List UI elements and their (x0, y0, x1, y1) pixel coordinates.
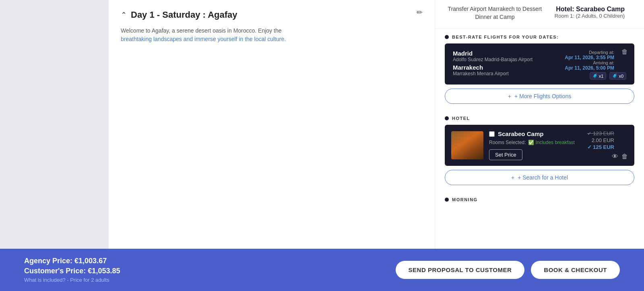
agency-price: Agency Price: €1,003.67 (24, 257, 120, 265)
more-flights-button[interactable]: + + More Flights Options (445, 89, 634, 104)
bag-x0-label: x0 (619, 74, 623, 78)
content-wrapper: ⌃ Day 1 - Saturday : Agafay Welcome to A… (0, 0, 644, 249)
edit-button[interactable]: ✏ (417, 8, 423, 17)
hotel-section-header: HOTEL (435, 110, 644, 125)
day-header: ⌃ Day 1 - Saturday : Agafay (121, 10, 423, 20)
includes-text: Includes breakfast (535, 140, 574, 145)
flights-label: BEST-RATE FLIGHTS FOR YOUR DATES: (452, 35, 559, 39)
hotel-checkbox[interactable] (489, 131, 495, 137)
hotel-delete-button[interactable]: 🗑 (621, 153, 628, 160)
hotel-section-label: HOTEL (452, 116, 470, 121)
hotel-card-name: Scarabeo Camp (498, 130, 543, 137)
day-description: Welcome to Agafay, a serene desert oasis… (121, 27, 306, 43)
flight-card: Madrid Adolfo Suárez Madrid-Barajas Airp… (445, 43, 634, 85)
customer-price: Customer's Price: €1,053.85 (24, 267, 120, 275)
footer-actions: SEND PROPOSAL TO CUSTOMER BOOK & CHECKOU… (396, 261, 620, 279)
left-content-panel: ⌃ Day 1 - Saturday : Agafay Welcome to A… (109, 0, 435, 249)
collapse-icon[interactable]: ⌃ (121, 10, 127, 19)
customer-price-value: €1,053.85 (88, 267, 120, 275)
transfer-activities: Transfer Airport Marrakech to Dessert Di… (445, 6, 545, 23)
flights-section: Madrid Adolfo Suárez Madrid-Barajas Airp… (435, 43, 644, 110)
hotel-room-top: Room 1: (2 Adults, 0 Children) (555, 13, 625, 19)
flights-section-header: BEST-RATE FLIGHTS FOR YOUR DATES: (435, 29, 644, 43)
set-price-button[interactable]: Set Price (489, 149, 522, 160)
flights-dot (445, 35, 449, 39)
dinner-text: Dinner at Camp (445, 14, 545, 20)
bag-x1-label: x1 (599, 74, 604, 78)
bag2-icon: 🧳 (612, 73, 618, 78)
arriving-label: Arriving at: (565, 60, 614, 65)
price-final: ✓ 125 EUR (587, 144, 614, 150)
hotel-name-top: Hotel: Scarabeo Camp (555, 6, 625, 13)
flight-times: Departing at: Apr 11, 2026, 3:55 PM Arri… (565, 50, 614, 71)
footer: Agency Price: €1,003.67 Customer's Price… (0, 249, 644, 291)
hotel-action-icons: 👁 🗑 (612, 153, 628, 160)
plus-icon-hotel: + (511, 174, 514, 181)
hotel-pricing: ✓ 123 EUR 2.00 EUR ✓ 125 EUR (587, 130, 614, 151)
footer-prices: Agency Price: €1,003.67 Customer's Price… (24, 257, 120, 283)
edit-icon: ✏ (417, 8, 423, 17)
book-checkout-button[interactable]: BOOK & CHECKOUT (531, 261, 620, 279)
plus-icon: + (508, 93, 511, 99)
includes-badge: ✅ Includes breakfast (528, 140, 574, 145)
description-normal: Welcome to Agafay, a serene desert oasis… (121, 27, 281, 34)
bag-x0-badge: 🧳 x0 (609, 72, 626, 80)
rooms-selected-text: Rooms Selected: (489, 140, 526, 145)
customer-price-label: Customer's Price: (24, 267, 86, 275)
description-highlight: breathtaking landscapes and immerse your… (121, 36, 286, 42)
included-info: What is included? - Price for 2 adults (24, 277, 120, 283)
right-content-panel: Transfer Airport Marrakech to Dessert Di… (435, 0, 644, 249)
hotel-section: Scarabeo Camp Rooms Selected: ✅ Includes… (435, 125, 644, 192)
included-link[interactable]: What is included? (24, 277, 66, 283)
included-suffix: - Price for 2 adults (67, 277, 109, 283)
departing-value: Apr 11, 2026, 3:55 PM (565, 55, 614, 60)
day-title: Day 1 - Saturday : Agafay (131, 10, 237, 20)
flight-delete-button[interactable]: 🗑 (621, 48, 628, 56)
departing-label: Departing at: (565, 50, 614, 55)
price-markup: 2.00 EUR (587, 137, 614, 143)
flight-bag-icons: 🧳 x1 🧳 x0 (590, 72, 626, 80)
price-original: ✓ 123 EUR (587, 130, 614, 136)
hotel-thumbnail (451, 131, 483, 159)
left-sidebar (0, 0, 109, 249)
morning-dot (445, 198, 449, 202)
search-hotel-button[interactable]: + + Search for a Hotel (445, 170, 634, 185)
hotel-thumb-inner (451, 131, 483, 159)
arriving-value: Apr 11, 2026, 5:00 PM (565, 65, 614, 71)
search-hotel-label: + Search for a Hotel (518, 174, 568, 181)
morning-section-header: MORNING (435, 192, 644, 206)
hotel-dot (445, 116, 449, 120)
more-flights-label: + More Flights Options (514, 93, 571, 99)
agency-price-value: €1,003.67 (74, 257, 107, 265)
agency-price-label: Agency Price: (24, 257, 72, 265)
morning-section-label: MORNING (452, 197, 478, 202)
bag-x1-badge: 🧳 x1 (590, 72, 607, 80)
send-proposal-button[interactable]: SEND PROPOSAL TO CUSTOMER (396, 261, 525, 279)
hotel-info-top: Hotel: Scarabeo Camp Room 1: (2 Adults, … (545, 6, 634, 25)
hotel-view-button[interactable]: 👁 (612, 153, 618, 160)
transfer-text: Transfer Airport Marrakech to Dessert (445, 6, 545, 12)
hotel-card: Scarabeo Camp Rooms Selected: ✅ Includes… (445, 125, 634, 166)
check-circle-icon: ✅ (528, 140, 534, 145)
bag-icon: 🧳 (592, 73, 598, 78)
